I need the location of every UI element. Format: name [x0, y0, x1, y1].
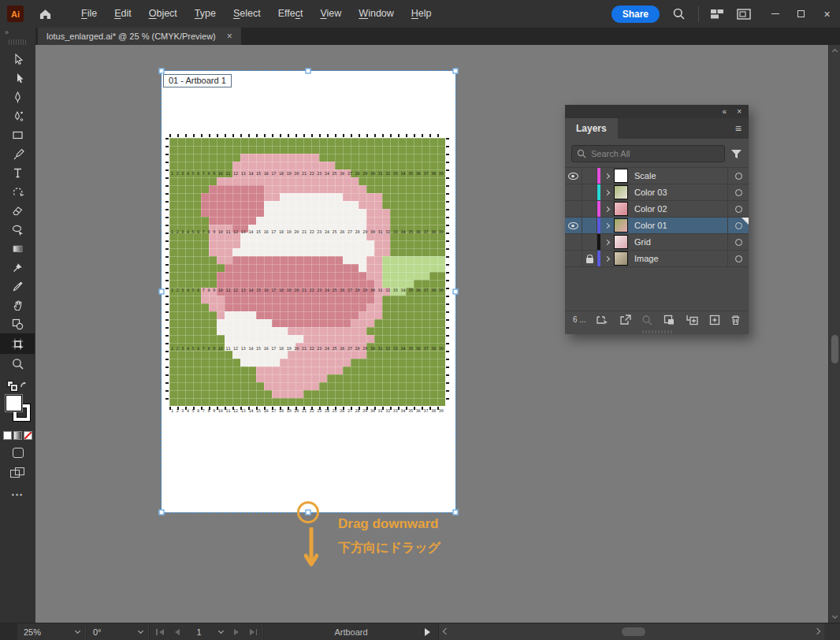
release-export-icon[interactable] — [619, 314, 631, 326]
locate-object-icon[interactable] — [641, 314, 653, 326]
tools-collapse-icon[interactable]: » — [0, 28, 35, 37]
scroll-down-icon[interactable] — [829, 612, 840, 623]
artboard-handle[interactable] — [159, 510, 165, 515]
lock-toggle[interactable] — [582, 168, 597, 184]
layer-row-color-01[interactable]: Color 01 — [565, 218, 749, 234]
expand-chevron-icon[interactable] — [600, 174, 614, 178]
menu-type[interactable]: Type — [186, 0, 225, 28]
lock-toggle[interactable] — [582, 201, 597, 217]
target-column[interactable] — [727, 168, 749, 184]
expand-chevron-icon[interactable] — [600, 224, 614, 228]
layer-thumbnail[interactable] — [614, 202, 628, 216]
screen-mode-icon[interactable] — [10, 467, 24, 478]
menu-select[interactable]: Select — [225, 0, 269, 28]
arrange-documents-icon[interactable] — [737, 9, 751, 20]
filter-icon[interactable] — [730, 149, 742, 159]
draw-mode-icon[interactable] — [13, 448, 24, 458]
lock-toggle[interactable] — [582, 234, 597, 250]
shapes-tool-icon[interactable] — [0, 314, 35, 333]
artboard-handle[interactable] — [453, 510, 459, 515]
lock-toggle[interactable] — [582, 218, 597, 233]
visibility-toggle[interactable] — [565, 218, 582, 233]
visibility-toggle[interactable] — [565, 184, 582, 200]
layer-thumbnail[interactable] — [614, 169, 628, 183]
chevron-down-icon[interactable] — [217, 628, 223, 634]
delete-layer-icon[interactable] — [730, 314, 741, 326]
layer-name[interactable]: Grid — [634, 237, 727, 247]
visibility-toggle[interactable] — [565, 168, 582, 184]
panel-menu-icon[interactable]: ≡ — [735, 122, 742, 135]
last-artboard-icon[interactable] — [250, 629, 258, 635]
menu-object[interactable]: Object — [140, 0, 186, 28]
horizontal-scrollbar-thumb[interactable] — [622, 627, 645, 636]
home-icon[interactable] — [39, 8, 52, 20]
menu-view[interactable]: View — [311, 0, 350, 28]
edit-toolbar-ellipsis[interactable]: ••• — [0, 491, 35, 499]
artboard-handle[interactable] — [453, 69, 459, 74]
artboard-handle[interactable] — [159, 69, 165, 74]
search-icon[interactable] — [672, 7, 686, 20]
panel-close-icon[interactable]: × — [737, 108, 742, 116]
none-button[interactable] — [24, 431, 32, 440]
workspace-switcher-icon[interactable] — [710, 9, 724, 20]
artboard-handle[interactable] — [453, 289, 459, 295]
layer-row-color-02[interactable]: Color 02 — [565, 201, 749, 218]
selection-tool-icon[interactable] — [0, 50, 35, 69]
fill-swatch[interactable] — [6, 395, 22, 411]
rotate-tool-icon[interactable] — [0, 182, 35, 201]
minimize-button[interactable] — [762, 0, 788, 28]
new-layer-icon[interactable] — [709, 314, 720, 326]
panel-collapse-icon[interactable]: « — [723, 108, 727, 116]
direct-selection-tool-icon[interactable] — [0, 69, 35, 87]
status-play-icon[interactable] — [425, 628, 430, 636]
document-tab[interactable]: lotus_enlarged.ai* @ 25 % (CMYK/Preview)… — [38, 28, 241, 45]
layer-row-image[interactable]: Image — [565, 251, 749, 267]
layer-name[interactable]: Image — [634, 254, 727, 263]
expand-chevron-icon[interactable] — [600, 257, 614, 261]
layer-name[interactable]: Color 02 — [634, 204, 727, 214]
shape-builder-tool-icon[interactable] — [0, 220, 35, 239]
lock-toggle[interactable] — [582, 184, 597, 200]
layer-name[interactable]: Color 03 — [634, 188, 727, 197]
rectangle-tool-icon[interactable] — [0, 125, 35, 144]
layer-row-scale[interactable]: Scale — [565, 168, 749, 184]
visibility-toggle[interactable] — [565, 234, 582, 250]
new-sublayer-icon[interactable] — [686, 314, 699, 326]
color-button[interactable] — [3, 431, 12, 440]
visibility-toggle[interactable] — [565, 201, 582, 217]
artboard-name-label[interactable]: 01 - Artboard 1 — [163, 74, 232, 87]
menu-edit[interactable]: Edit — [106, 0, 140, 28]
layers-search-input[interactable] — [591, 149, 719, 158]
layer-thumbnail[interactable] — [614, 218, 628, 233]
tools-drag-grip[interactable] — [9, 39, 27, 45]
swap-fill-stroke-icon[interactable] — [20, 379, 29, 393]
vertical-scrollbar[interactable] — [828, 45, 840, 623]
hand-tool-icon[interactable] — [0, 296, 35, 314]
gradient-button[interactable] — [13, 431, 22, 440]
share-button[interactable]: Share — [611, 6, 660, 23]
layer-row-color-03[interactable]: Color 03 — [565, 184, 749, 201]
scroll-right-icon[interactable] — [814, 628, 820, 634]
layer-name[interactable]: Color 01 — [634, 221, 727, 230]
scroll-up-icon[interactable] — [829, 45, 840, 56]
maximize-button[interactable] — [788, 0, 814, 28]
previous-artboard-icon[interactable] — [175, 629, 180, 635]
first-artboard-icon[interactable] — [156, 629, 164, 635]
visibility-toggle[interactable] — [565, 251, 582, 266]
horizontal-scrollbar[interactable] — [438, 623, 824, 640]
lock-toggle[interactable] — [582, 251, 597, 266]
artboard-tool-icon[interactable] — [0, 333, 35, 354]
panel-resize-grip[interactable] — [642, 330, 672, 333]
tab-close-icon[interactable]: × — [227, 32, 232, 41]
expand-chevron-icon[interactable] — [600, 191, 614, 195]
vertical-scrollbar-thumb[interactable] — [831, 335, 838, 363]
layers-search-box[interactable] — [571, 145, 725, 162]
rotation-dropdown[interactable]: 0° — [87, 623, 150, 640]
gradient-tool-icon[interactable] — [0, 239, 35, 258]
layer-thumbnail[interactable] — [614, 251, 628, 266]
target-column[interactable] — [727, 201, 749, 217]
canvas-pasteboard[interactable]: 01 - Artboard 1 123456789101112131415161… — [35, 45, 840, 623]
paintbrush-tool-icon[interactable] — [0, 144, 35, 163]
expand-chevron-icon[interactable] — [600, 240, 614, 244]
zoom-tool-icon[interactable] — [0, 354, 35, 373]
